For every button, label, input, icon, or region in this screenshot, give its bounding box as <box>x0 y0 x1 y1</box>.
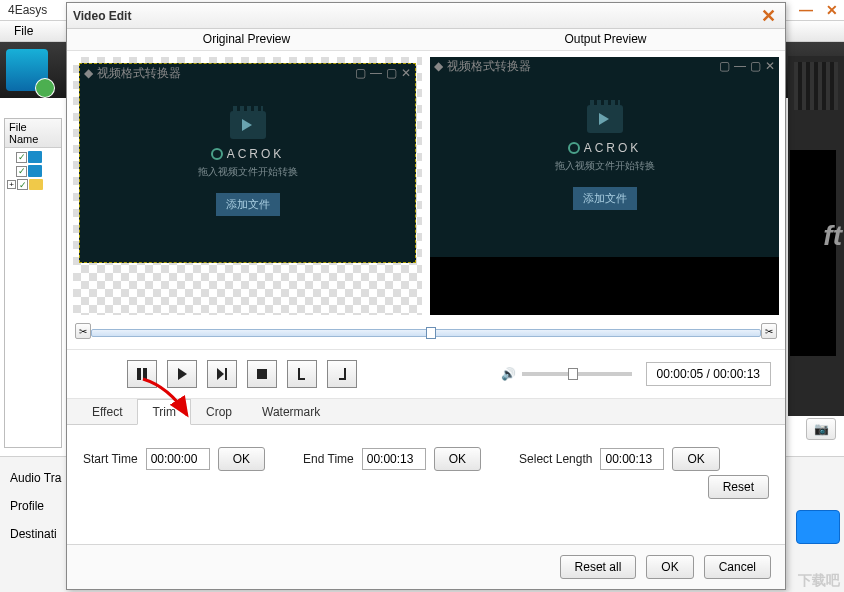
mark-out-button[interactable] <box>327 360 357 388</box>
ok-button[interactable]: OK <box>646 555 693 579</box>
output-preview-label: Output Preview <box>426 29 785 51</box>
output-preview[interactable]: ◆视频格式转换器▢—▢✕ ACROK 拖入视频文件开始转换 添加文件 <box>430 57 779 315</box>
output-video-frame: ◆视频格式转换器▢—▢✕ ACROK 拖入视频文件开始转换 添加文件 <box>430 57 779 315</box>
checkbox-icon[interactable]: ✓ <box>17 179 28 190</box>
filmstrip-icon <box>794 62 838 110</box>
svg-rect-0 <box>137 368 141 380</box>
end-time-ok-button[interactable]: OK <box>434 447 481 471</box>
select-length-ok-button[interactable]: OK <box>672 447 719 471</box>
start-time-label: Start Time <box>83 452 138 466</box>
hint-text: 拖入视频文件开始转换 <box>555 159 655 173</box>
trim-panel: Start Time OK End Time OK Select Length … <box>67 425 785 544</box>
frame-caption: 视频格式转换器 <box>447 58 531 75</box>
profile-label: Profile <box>10 499 44 513</box>
audio-track-label: Audio Tra <box>10 471 61 485</box>
original-preview[interactable]: ◆视频格式转换器▢—▢✕ ACROK 拖入视频文件开始转换 添加文件 <box>73 57 422 315</box>
add-video-icon[interactable] <box>6 49 48 91</box>
trim-start-scissor-icon[interactable]: ✂ <box>75 323 91 339</box>
close-main-button[interactable]: ✕ <box>824 2 840 18</box>
folder-icon <box>29 179 43 190</box>
brand-logo: ACROK <box>211 147 285 161</box>
file-panel: File Name ✓ ✓ +✓ <box>4 118 62 448</box>
file-tree: ✓ ✓ +✓ <box>5 148 61 195</box>
checkbox-icon[interactable]: ✓ <box>16 152 27 163</box>
minimize-button[interactable]: — <box>798 2 814 18</box>
volume-icon[interactable]: 🔊 <box>501 367 516 381</box>
play-button[interactable] <box>167 360 197 388</box>
start-time-input[interactable] <box>146 448 210 470</box>
reset-button[interactable]: Reset <box>708 475 769 499</box>
pause-button[interactable] <box>127 360 157 388</box>
main-title: 4Easys <box>8 3 47 17</box>
timeline-handle[interactable] <box>426 327 436 339</box>
camera-icon: 📷 <box>814 422 829 436</box>
tab-watermark[interactable]: Watermark <box>247 399 335 424</box>
app-badge-icon: ◆ <box>434 59 443 73</box>
video-file-icon <box>28 151 42 163</box>
next-frame-button[interactable] <box>207 360 237 388</box>
svg-rect-5 <box>257 369 267 379</box>
tab-effect[interactable]: Effect <box>77 399 137 424</box>
select-length-label: Select Length <box>519 452 592 466</box>
play-triangle-icon <box>599 113 609 125</box>
original-preview-label: Original Preview <box>67 29 426 51</box>
start-time-ok-button[interactable]: OK <box>218 447 265 471</box>
end-time-label: End Time <box>303 452 354 466</box>
tab-trim[interactable]: Trim <box>137 399 191 425</box>
svg-marker-2 <box>178 368 187 380</box>
trim-timeline[interactable]: ✂ ✂ <box>75 323 777 341</box>
dialog-title: Video Edit <box>73 9 131 23</box>
video-file-icon <box>28 165 42 177</box>
frame-caption: 视频格式转换器 <box>97 65 181 82</box>
ring-icon <box>211 148 223 160</box>
mark-in-button[interactable] <box>287 360 317 388</box>
close-icon[interactable]: ✕ <box>757 5 779 27</box>
add-file-frame-button: 添加文件 <box>573 187 637 210</box>
svg-rect-9 <box>339 378 346 380</box>
menu-file[interactable]: File <box>6 24 41 38</box>
tree-item[interactable]: ✓ <box>7 151 59 163</box>
reset-all-button[interactable]: Reset all <box>560 555 637 579</box>
right-preview-box <box>790 150 836 356</box>
ring-icon <box>568 142 580 154</box>
svg-marker-3 <box>217 368 224 380</box>
cancel-button[interactable]: Cancel <box>704 555 771 579</box>
brand-logo: ACROK <box>568 141 642 155</box>
tab-crop[interactable]: Crop <box>191 399 247 424</box>
hint-text: 拖入视频文件开始转换 <box>198 165 298 179</box>
svg-rect-7 <box>298 378 305 380</box>
edit-tabs: Effect Trim Crop Watermark <box>67 399 785 425</box>
tree-item[interactable]: ✓ <box>7 165 59 177</box>
time-display: 00:00:05 / 00:00:13 <box>646 362 771 386</box>
original-video-frame: ◆视频格式转换器▢—▢✕ ACROK 拖入视频文件开始转换 添加文件 <box>79 63 416 263</box>
dialog-footer: Reset all OK Cancel <box>67 544 785 589</box>
site-watermark: 下载吧 <box>798 572 840 590</box>
film-icon <box>587 105 623 133</box>
expand-icon[interactable]: + <box>7 180 16 189</box>
stop-button[interactable] <box>247 360 277 388</box>
svg-rect-4 <box>225 368 227 380</box>
volume-slider[interactable] <box>522 372 632 376</box>
add-file-frame-button: 添加文件 <box>216 193 280 216</box>
video-edit-dialog: Video Edit ✕ Original Preview Output Pre… <box>66 2 786 590</box>
select-length-input[interactable] <box>600 448 664 470</box>
camera-button[interactable]: 📷 <box>806 418 836 440</box>
svg-rect-1 <box>143 368 147 380</box>
tree-item[interactable]: +✓ <box>7 179 59 190</box>
convert-button[interactable] <box>796 510 840 544</box>
brand-fragment: ft <box>823 220 842 252</box>
play-triangle-icon <box>242 119 252 131</box>
volume-thumb[interactable] <box>568 368 578 380</box>
file-panel-header: File Name <box>5 119 61 148</box>
checkbox-icon[interactable]: ✓ <box>16 166 27 177</box>
destination-label: Destinati <box>10 527 57 541</box>
playback-controls: 🔊 00:00:05 / 00:00:13 <box>67 349 785 399</box>
trim-end-scissor-icon[interactable]: ✂ <box>761 323 777 339</box>
dialog-titlebar[interactable]: Video Edit ✕ <box>67 3 785 29</box>
app-badge-icon: ◆ <box>84 66 93 80</box>
end-time-input[interactable] <box>362 448 426 470</box>
film-icon <box>230 111 266 139</box>
